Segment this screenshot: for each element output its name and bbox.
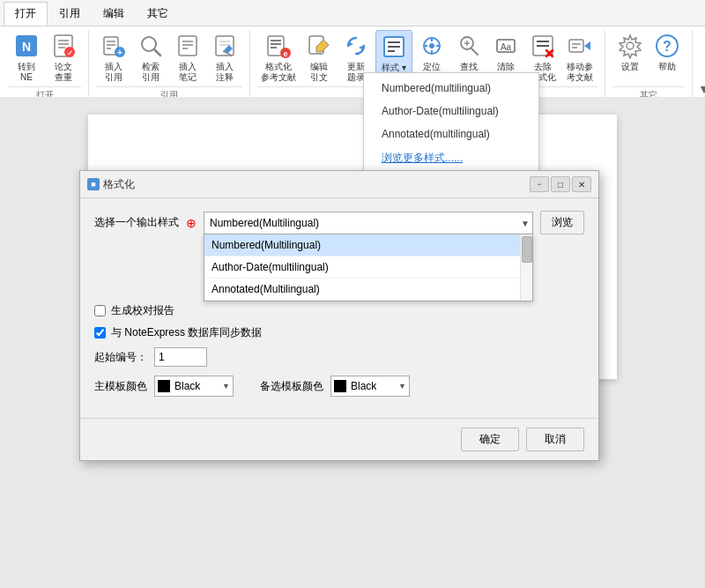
start-num-input[interactable]: [154, 347, 207, 367]
ribbon-group-open: N 转到NE ✓: [2, 30, 89, 101]
review-button[interactable]: ✓ 论文查重: [46, 30, 81, 85]
ribbon-tabs: 打开 引用 编辑 其它: [0, 0, 705, 26]
edit-cite-icon: [305, 32, 333, 60]
sync-db-label: 与 NoteExpress 数据库同步数据: [111, 325, 262, 340]
search-cite-icon: [137, 32, 165, 60]
scrollbar-thumb[interactable]: [522, 236, 532, 263]
move-ref-icon: [566, 32, 594, 60]
dl-item-author-date[interactable]: Author-Date(multilingual): [204, 257, 532, 279]
output-style-label: 选择一个输出样式: [94, 215, 179, 230]
start-num-label: 起始编号：: [94, 350, 147, 365]
cancel-button[interactable]: 取消: [526, 428, 584, 451]
dialog-close-button[interactable]: ✕: [572, 176, 591, 192]
confirm-button[interactable]: 确定: [461, 428, 519, 451]
move-ref-button[interactable]: 移动参考文献: [562, 30, 597, 85]
dialog-minimize-button[interactable]: －: [530, 176, 549, 192]
primary-color-select[interactable]: Black White Red Blue: [154, 376, 234, 397]
remove-fmt-icon: [529, 32, 557, 60]
help-button[interactable]: ? 帮助: [649, 30, 685, 74]
ribbon-group-citation-items: + 插入引用 检索引用: [96, 30, 242, 85]
goto-ne-icon: N: [12, 32, 41, 60]
tab-open[interactable]: 打开: [4, 2, 48, 26]
svg-text:?: ?: [663, 39, 672, 54]
svg-point-42: [429, 43, 434, 48]
svg-text:+: +: [117, 48, 122, 57]
backup-color-select[interactable]: Black White Red Blue: [330, 376, 410, 397]
format-dialog: ■ 格式化 － □ ✕ 选择一个输出样式 ⊕ Numbered(Multilin…: [79, 170, 599, 461]
svg-rect-16: [179, 36, 197, 56]
output-style-select-wrapper: Numbered(Multilingual) Author-Date(multi…: [204, 212, 533, 234]
style-dropdown: Numbered(multilingual) Author-Date(multi…: [363, 72, 539, 175]
ribbon-content: N 转到NE ✓: [0, 26, 705, 103]
update-icon: [342, 32, 370, 60]
svg-text:✓: ✓: [67, 49, 73, 57]
edit-cite-button[interactable]: 编辑引文: [301, 30, 337, 85]
review-icon: ✓: [49, 32, 78, 60]
generate-report-row: 生成校对报告: [94, 303, 584, 318]
insert-cite-button[interactable]: + 插入引用: [96, 30, 131, 85]
dialog-title-area: ■ 格式化: [87, 177, 135, 192]
tab-other[interactable]: 其它: [136, 2, 180, 26]
format-ref-label: 格式化参考文献: [261, 62, 296, 83]
search-cite-label: 检索引用: [142, 62, 160, 83]
format-ref-button[interactable]: e 格式化参考文献: [257, 30, 300, 85]
edit-cite-label: 编辑引文: [310, 62, 328, 83]
svg-text:e: e: [283, 49, 287, 58]
browse-button[interactable]: 浏览: [540, 211, 584, 234]
clear-field-icon: Aa: [492, 32, 520, 60]
insert-annot-icon: [211, 32, 239, 60]
ribbon: 打开 引用 编辑 其它 N 转到NE: [0, 0, 705, 104]
insert-cite-icon: +: [100, 32, 128, 60]
dropdown-browse[interactable]: 浏览更多样式......: [364, 145, 538, 171]
settings-label: 设置: [621, 62, 639, 72]
dropdown-numbered-ml[interactable]: Numbered(multilingual): [364, 77, 538, 100]
dropdown-author-date-ml[interactable]: Author-Date(multilingual): [364, 100, 538, 123]
dialog-title-text: 格式化: [103, 177, 135, 192]
tab-edit[interactable]: 编辑: [92, 2, 136, 26]
style-open-dropdown: Numbered(Multilingual) Author-Date(multi…: [204, 234, 533, 301]
start-num-row: 起始编号：: [94, 347, 584, 367]
insert-note-button[interactable]: 插入笔记: [170, 30, 205, 85]
dialog-title-icon: ■: [87, 178, 100, 190]
help-label: 帮助: [658, 62, 676, 72]
dl-item-numbered[interactable]: Numbered(Multilingual): [204, 234, 532, 257]
insert-annot-button[interactable]: 插入注释: [207, 30, 242, 85]
ribbon-group-open-items: N 转到NE ✓: [9, 30, 81, 85]
ribbon-group-citation: + 插入引用 检索引用: [89, 30, 250, 101]
output-style-select[interactable]: Numbered(Multilingual) Author-Date(multi…: [204, 212, 533, 234]
primary-color-group: 主模板颜色 Black White Red Blue ▼: [94, 376, 234, 397]
primary-color-label: 主模板颜色: [94, 379, 147, 394]
style-button[interactable]: 样式 ▾: [375, 30, 412, 76]
settings-button[interactable]: 设置: [612, 30, 648, 74]
insert-annot-label: 插入注释: [216, 62, 234, 83]
settings-icon: [616, 32, 644, 60]
move-ref-label: 移动参考文献: [567, 62, 593, 83]
dialog-maximize-button[interactable]: □: [551, 176, 570, 192]
dropdown-annotated-ml[interactable]: Annotated(multilingual): [364, 123, 538, 145]
locate-cite-icon: [418, 32, 446, 60]
backup-color-group: 备选模板颜色 Black White Red Blue ▼: [260, 376, 410, 397]
goto-ne-button[interactable]: N 转到NE: [9, 30, 44, 85]
style-icon: [380, 33, 408, 61]
sync-db-row: 与 NoteExpress 数据库同步数据: [94, 325, 584, 340]
ribbon-collapse-button[interactable]: ▼: [693, 80, 705, 98]
goto-ne-label: 转到NE: [18, 62, 35, 83]
insert-note-icon: [174, 32, 202, 60]
dialog-footer: 确定 取消: [80, 418, 598, 460]
sync-db-checkbox[interactable]: [94, 327, 106, 339]
dl-item-annotated[interactable]: Annotated(Multilingual): [204, 279, 532, 301]
generate-report-checkbox[interactable]: [94, 305, 106, 316]
dialog-body: 选择一个输出样式 ⊕ Numbered(Multilingual) Author…: [80, 198, 598, 418]
color-row: 主模板颜色 Black White Red Blue ▼ 备选模板颜色: [94, 376, 584, 397]
dropdown-scrollbar[interactable]: [520, 234, 532, 301]
svg-line-15: [154, 49, 160, 56]
primary-color-select-wrapper: Black White Red Blue ▼: [154, 376, 234, 397]
format-ref-icon: e: [264, 32, 293, 60]
backup-color-label: 备选模板颜色: [260, 379, 323, 394]
ribbon-group-other-items: 设置 ? 帮助: [612, 30, 685, 85]
generate-report-label: 生成校对报告: [111, 303, 174, 318]
insert-note-label: 插入笔记: [179, 62, 197, 83]
tab-citation[interactable]: 引用: [48, 2, 92, 26]
svg-marker-31: [348, 41, 353, 47]
search-cite-button[interactable]: 检索引用: [133, 30, 168, 85]
